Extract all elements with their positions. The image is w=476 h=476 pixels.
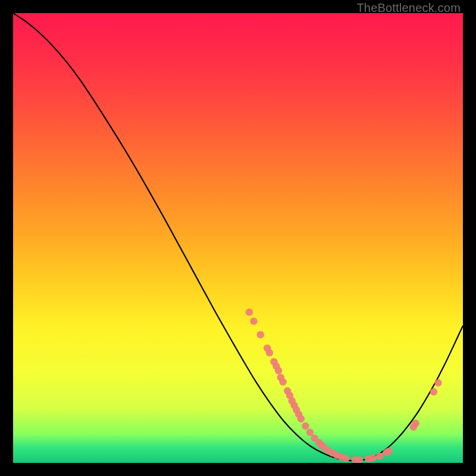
scatter-point: [412, 419, 419, 427]
scatter-point: [246, 309, 253, 316]
scatter-point: [266, 349, 273, 356]
scatter-point: [275, 367, 282, 374]
plot-area: [13, 13, 463, 463]
scatter-point: [369, 454, 377, 461]
scatter-point: [342, 455, 349, 462]
scatter-point: [279, 378, 286, 386]
scatter-point: [306, 428, 314, 436]
scatter-point: [250, 318, 257, 325]
scatter-point: [302, 422, 309, 430]
chart-stage: TheBottleneck.com: [0, 0, 476, 476]
scatter-point: [376, 452, 383, 459]
scatter-point: [430, 388, 437, 395]
scatter-point: [298, 415, 305, 422]
scatter-point: [385, 447, 392, 455]
scatter-point: [434, 379, 441, 386]
chart-svg: [13, 13, 463, 463]
scatter-point: [257, 331, 264, 338]
